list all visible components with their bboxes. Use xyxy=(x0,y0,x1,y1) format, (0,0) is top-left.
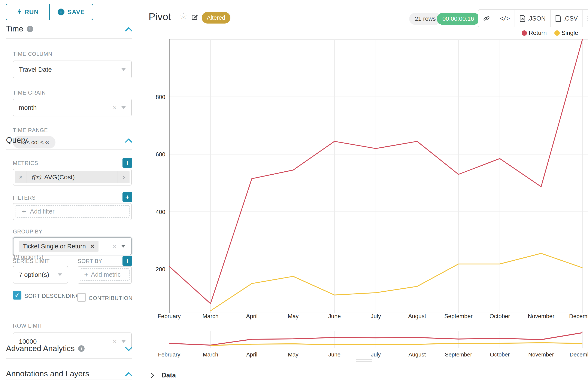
y-axis-label: 200 xyxy=(156,266,165,273)
group-by-select[interactable]: Ticket Single or Return ✕ × xyxy=(13,237,132,255)
contribution-checkbox[interactable]: ✓ xyxy=(77,293,86,302)
group-by-tag[interactable]: Ticket Single or Return ✕ xyxy=(19,241,99,252)
preview-x-axis-label: October xyxy=(490,351,510,358)
sort-descending-checkbox[interactable]: ✓ xyxy=(13,291,21,300)
y-axis-label: 800 xyxy=(156,94,165,100)
add-sort-metric-button[interactable]: + Add metric xyxy=(80,268,130,281)
lightning-icon xyxy=(17,9,22,15)
metric-name: AVG(Cost) xyxy=(44,173,75,181)
collapse-annotations-chevron-up-icon[interactable] xyxy=(125,372,132,377)
row-limit-label: ROW LIMIT xyxy=(13,323,43,329)
x-axis-label: October xyxy=(489,313,510,320)
add-filter-button[interactable]: + Add filter xyxy=(15,205,130,218)
metric-pill[interactable]: × ƒ(x) AVG(Cost) › xyxy=(15,171,130,183)
panel-resize-handle[interactable] xyxy=(356,359,372,363)
group-by-label: GROUP BY xyxy=(13,228,42,235)
divider xyxy=(6,149,132,150)
x-axis-label: February xyxy=(158,313,181,320)
series-limit-select[interactable]: 7 option(s) xyxy=(13,266,68,284)
save-button[interactable]: + SAVE xyxy=(49,4,93,20)
x-axis-label: September xyxy=(444,313,473,320)
x-axis-label: May xyxy=(287,313,299,320)
metrics-label: METRICS xyxy=(13,160,38,166)
divider xyxy=(6,358,132,359)
run-button[interactable]: RUN xyxy=(6,4,49,20)
time-column-label: TIME COLUMN xyxy=(13,51,52,57)
x-axis-label: August xyxy=(408,313,426,320)
sort-by-label: SORT BY xyxy=(78,258,102,264)
expand-metric-chevron-icon[interactable]: › xyxy=(118,171,130,183)
x-axis-label: June xyxy=(328,313,341,320)
collapse-time-chevron-up-icon[interactable] xyxy=(125,27,132,32)
collapse-query-chevron-up-icon[interactable] xyxy=(125,138,132,143)
divider xyxy=(6,38,132,39)
run-save-button-group: RUN + SAVE xyxy=(6,4,93,20)
caret-down-icon xyxy=(122,340,126,343)
info-icon: i xyxy=(78,345,84,352)
caret-down-icon xyxy=(121,245,125,247)
preview-x-axis-label: February xyxy=(158,351,180,358)
time-range-label: TIME RANGE xyxy=(13,127,48,133)
annotations-section-title: Annotations and Layers xyxy=(6,369,89,378)
info-icon: i xyxy=(27,26,33,32)
clear-icon[interactable]: × xyxy=(113,338,117,345)
plus-icon: + xyxy=(22,207,26,216)
add-filter-label: Add filter xyxy=(30,208,54,215)
y-axis-label: 400 xyxy=(156,209,165,215)
time-grain-select[interactable]: month × xyxy=(13,99,132,116)
preview-x-axis-label: May xyxy=(288,351,298,358)
x-axis-label: November xyxy=(528,313,555,320)
caret-down-icon xyxy=(122,106,126,109)
remove-metric-icon[interactable]: × xyxy=(15,171,27,183)
expand-advanced-chevron-down-icon[interactable] xyxy=(125,347,132,351)
line-chart-area[interactable]: 200400600800FebruaryMarchAprilMayJuneJul… xyxy=(139,0,588,364)
filters-label: FILTERS xyxy=(13,195,36,201)
clear-icon[interactable]: × xyxy=(112,243,117,250)
add-metric-label: Add metric xyxy=(91,271,121,278)
metric-container: × ƒ(x) AVG(Cost) › xyxy=(13,169,132,186)
fx-icon: ƒ(x) xyxy=(31,174,41,181)
sort-descending-label: SORT DESCENDING xyxy=(24,293,80,299)
y-axis-label: 600 xyxy=(156,151,165,158)
data-panel-label: Data xyxy=(162,371,176,379)
sort-by-container: + Add metric xyxy=(78,266,132,284)
advanced-analytics-section-title: Advanced Analytics i xyxy=(6,344,84,353)
preview-x-axis-label: July xyxy=(371,351,381,358)
chevron-right-icon xyxy=(150,372,155,378)
series-limit-label: SERIES LIMIT xyxy=(13,258,50,264)
single-preview-line xyxy=(210,343,582,345)
data-panel-toggle[interactable]: Data xyxy=(150,371,176,379)
query-section-title: Query xyxy=(6,136,28,145)
preview-x-axis-label: June xyxy=(328,351,341,358)
preview-x-axis-label: April xyxy=(246,351,257,358)
x-axis-label: March xyxy=(202,313,218,320)
preview-x-axis-label: March xyxy=(203,351,218,358)
filters-container: + Add filter xyxy=(13,203,132,220)
run-button-label: RUN xyxy=(25,9,39,16)
caret-down-icon xyxy=(122,68,126,71)
save-button-label: SAVE xyxy=(67,9,85,16)
preview-x-axis-label: November xyxy=(528,351,554,358)
series-limit-value: 7 option(s) xyxy=(19,271,53,278)
clear-icon[interactable]: × xyxy=(113,104,117,111)
plus-circle-icon: + xyxy=(58,9,64,15)
time-section-title: Time i xyxy=(6,24,33,33)
time-column-value: Travel Date xyxy=(19,66,117,73)
time-column-select[interactable]: Travel Date xyxy=(13,60,132,78)
x-axis-label: April xyxy=(246,313,258,320)
preview-x-axis-label: August xyxy=(408,351,426,358)
time-grain-label: TIME GRAIN xyxy=(13,90,46,96)
single-series-line[interactable] xyxy=(210,253,582,311)
remove-tag-icon[interactable]: ✕ xyxy=(90,243,95,249)
add-filter-plus-button[interactable]: + xyxy=(122,192,132,202)
time-grain-value: month xyxy=(19,104,113,111)
x-axis-label: July xyxy=(371,313,381,320)
add-sort-metric-plus-button[interactable]: + xyxy=(122,256,132,266)
x-axis-label: December xyxy=(569,313,588,320)
preview-x-axis-label: September xyxy=(445,351,472,358)
preview-x-axis-label: December xyxy=(569,351,588,358)
plus-icon: + xyxy=(84,270,88,279)
control-panel: RUN + SAVE Time i TIME COLUMN Travel Dat… xyxy=(0,0,139,380)
add-metric-plus-button[interactable]: + xyxy=(122,158,132,168)
contribution-label: CONTRIBUTION xyxy=(89,295,133,302)
